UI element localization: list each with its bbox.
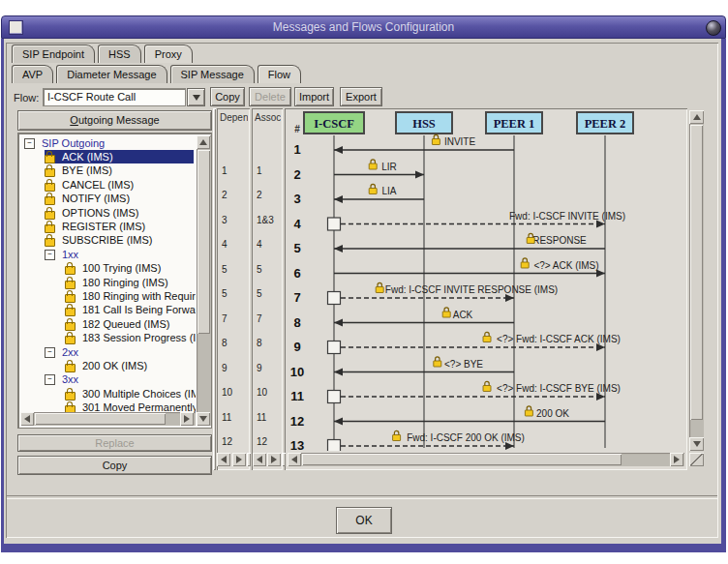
lock-icon bbox=[45, 224, 55, 233]
delete-flow-button[interactable]: Delete bbox=[249, 87, 291, 106]
message-label[interactable]: ACK bbox=[453, 310, 473, 320]
message-label[interactable]: Fwd: I-CSCF INVITE RESPONSE (IMS) bbox=[385, 284, 558, 295]
lock-icon bbox=[485, 381, 489, 385]
arrowhead-icon bbox=[505, 442, 514, 450]
message-label[interactable]: RESPONSE bbox=[532, 235, 587, 246]
copy-message-button[interactable]: Copy bbox=[17, 456, 212, 475]
lock-icon bbox=[65, 294, 76, 303]
diagram-text: 7 bbox=[293, 290, 300, 305]
tree-item[interactable]: −1xx bbox=[45, 248, 194, 261]
tree-item[interactable]: −2xx bbox=[45, 345, 194, 359]
message-label[interactable]: <?> Fwd: I-CSCF ACK (IMS) bbox=[497, 334, 621, 344]
tree-item-label: CANCEL (IMS) bbox=[59, 179, 136, 192]
depend-value: 12 bbox=[222, 436, 232, 447]
tree-item[interactable]: BYE (IMS) bbox=[45, 164, 194, 178]
tree-item[interactable]: 183 Session Progress (IM bbox=[65, 332, 194, 345]
tab-sip-endpoint[interactable]: SIP Endpoint bbox=[12, 45, 95, 63]
window-menu-icon[interactable] bbox=[9, 20, 23, 35]
flow-select-input[interactable]: I-CSCF Route Call bbox=[43, 88, 186, 106]
tree-item[interactable]: 200 OK (IMS) bbox=[65, 359, 194, 372]
title-bar[interactable]: Messages and Flows Configuration bbox=[1, 15, 726, 39]
replace-button[interactable]: Replace bbox=[17, 434, 212, 452]
collapse-icon[interactable]: − bbox=[24, 138, 35, 149]
lock-icon bbox=[434, 134, 438, 138]
tab-hss[interactable]: HSS bbox=[98, 45, 141, 63]
collapse-icon[interactable]: − bbox=[45, 374, 55, 385]
lock-icon bbox=[65, 392, 76, 401]
depend-scroll-left-icon[interactable] bbox=[217, 453, 230, 466]
lock-icon bbox=[483, 337, 491, 342]
assoc-scroll-right-icon[interactable] bbox=[267, 453, 281, 466]
tree-hscroll-thumb[interactable] bbox=[35, 413, 166, 425]
tree-item[interactable]: 182 Queued (IMS) bbox=[65, 317, 194, 331]
window-corner-icon[interactable] bbox=[706, 20, 721, 36]
message-label[interactable]: INVITE bbox=[444, 136, 476, 147]
message-label[interactable]: <?> BYE bbox=[444, 359, 483, 370]
diagram-text: 3 bbox=[293, 192, 300, 206]
seq-hscroll-thumb[interactable] bbox=[302, 454, 622, 465]
tree-item[interactable]: REGISTER (IMS) bbox=[45, 220, 194, 233]
import-button[interactable]: Import bbox=[294, 87, 334, 106]
seq-scroll-right-icon[interactable] bbox=[670, 453, 683, 466]
tree-scroll-up-icon[interactable] bbox=[197, 135, 210, 149]
assoc-scroll-left-icon[interactable] bbox=[253, 453, 266, 466]
message-label[interactable]: 200 OK bbox=[536, 408, 569, 419]
lock-icon bbox=[45, 196, 55, 205]
message-label[interactable]: <?> ACK (IMS) bbox=[533, 260, 598, 271]
assoc-splitter-knob[interactable] bbox=[282, 453, 286, 466]
message-label[interactable]: Fwd: I-CSCF INVITE (IMS) bbox=[509, 211, 625, 222]
copy-flow-button[interactable]: Copy bbox=[210, 87, 245, 106]
tree-item[interactable]: 300 Multiple Choices (IMS bbox=[65, 387, 194, 401]
arrowhead-icon bbox=[596, 393, 605, 401]
lock-icon bbox=[521, 262, 529, 268]
tree-item[interactable]: −SIP Outgoing bbox=[24, 136, 194, 150]
subtab-flow[interactable]: Flow bbox=[258, 65, 301, 83]
message-label[interactable]: <?> Fwd: I-CSCF BYE (IMS) bbox=[497, 383, 621, 394]
collapse-icon[interactable]: − bbox=[45, 250, 55, 260]
tree-item-label: ACK (IMS) bbox=[59, 151, 116, 163]
ok-button[interactable]: OK bbox=[336, 507, 392, 534]
tree-item[interactable]: SUBSCRIBE (IMS) bbox=[45, 234, 194, 248]
tree-item-label: 182 Queued (IMS) bbox=[79, 318, 173, 331]
tree-item[interactable]: 180 Ringing with Require 1 bbox=[65, 289, 194, 303]
activation-box bbox=[328, 341, 341, 354]
lock-icon bbox=[65, 336, 76, 344]
resize-corner-icon[interactable] bbox=[689, 453, 704, 466]
seq-scroll-left-icon[interactable] bbox=[288, 453, 301, 466]
tree-item[interactable]: ACK (IMS) bbox=[45, 150, 194, 163]
tab-proxy[interactable]: Proxy bbox=[144, 45, 193, 63]
sequence-diagram: #I-CSCFHSSPEER 1PEER 21INVITE2LIR3LIA4Fw… bbox=[287, 110, 685, 451]
tree-vscroll-thumb[interactable] bbox=[197, 150, 210, 334]
tree-item[interactable]: 181 Call Is Being Forwarde bbox=[65, 304, 194, 317]
depend-scroll-right-icon[interactable] bbox=[232, 453, 246, 466]
diagram-text: 1 bbox=[293, 142, 300, 157]
tree-item[interactable]: OPTIONS (IMS) bbox=[45, 206, 194, 220]
outgoing-message-header[interactable]: Outgoing Message bbox=[17, 110, 212, 131]
message-label[interactable]: LIA bbox=[381, 186, 396, 196]
tree-item[interactable]: CANCEL (IMS) bbox=[45, 178, 194, 192]
tree-item[interactable]: 100 Trying (IMS) bbox=[65, 262, 194, 276]
message-label[interactable]: LIR bbox=[381, 162, 397, 172]
tree-item[interactable]: −3xx bbox=[45, 373, 194, 387]
assoc-value: 11 bbox=[257, 412, 266, 423]
tree-item[interactable]: NOTIFY (IMS) bbox=[45, 193, 194, 206]
diagram-text: 9 bbox=[293, 340, 300, 354]
tree-scroll-right-icon[interactable] bbox=[180, 412, 194, 426]
subtab-diameter-message[interactable]: Diameter Message bbox=[56, 65, 167, 83]
tree-scroll-down-icon[interactable] bbox=[197, 412, 210, 426]
panel-splitter[interactable] bbox=[213, 108, 216, 470]
seq-scroll-up-icon[interactable] bbox=[689, 110, 704, 124]
subtab-sip-message[interactable]: SIP Message bbox=[170, 65, 255, 83]
subtab-avp[interactable]: AVP bbox=[12, 65, 53, 83]
activation-box bbox=[328, 391, 341, 403]
tree-item[interactable]: 180 Ringing (IMS) bbox=[65, 276, 194, 289]
collapse-icon[interactable]: − bbox=[45, 347, 55, 358]
tree-scroll-left-icon[interactable] bbox=[20, 412, 34, 426]
flow-dropdown-button[interactable] bbox=[187, 88, 205, 106]
diagram-text: 6 bbox=[293, 266, 300, 281]
message-label[interactable]: Fwd: I-CSCF 200 OK (IMS) bbox=[407, 432, 525, 443]
seq-vscroll-thumb[interactable] bbox=[690, 125, 703, 420]
depend-splitter-knob[interactable] bbox=[247, 453, 251, 466]
export-button[interactable]: Export bbox=[340, 87, 382, 106]
seq-scroll-down-icon[interactable] bbox=[689, 437, 704, 451]
